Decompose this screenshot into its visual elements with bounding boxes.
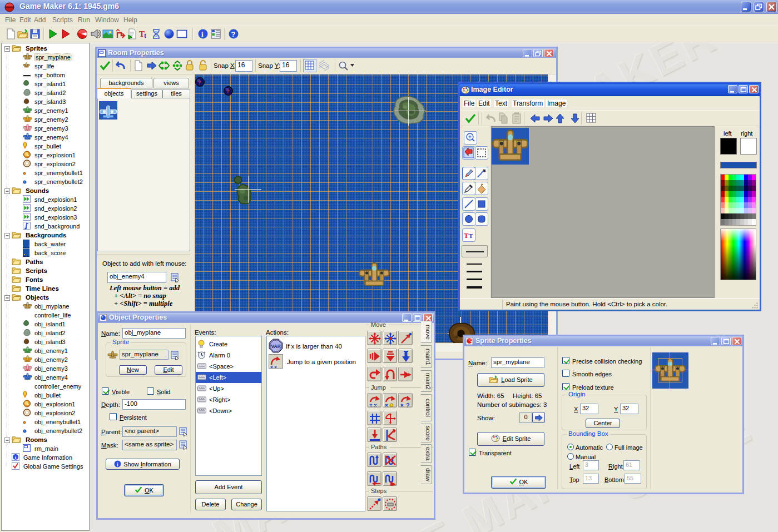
- svg-text:t: t: [144, 32, 146, 39]
- svg-text:?: ?: [198, 79, 201, 86]
- svg-text:T: T: [464, 231, 469, 240]
- svg-text:i: i: [117, 461, 118, 468]
- svg-text:?: ?: [231, 30, 236, 38]
- svg-text:T: T: [469, 232, 473, 239]
- svg-text:?: ?: [226, 88, 230, 95]
- svg-text:i: i: [201, 30, 204, 38]
- svg-text:VAR: VAR: [271, 344, 281, 349]
